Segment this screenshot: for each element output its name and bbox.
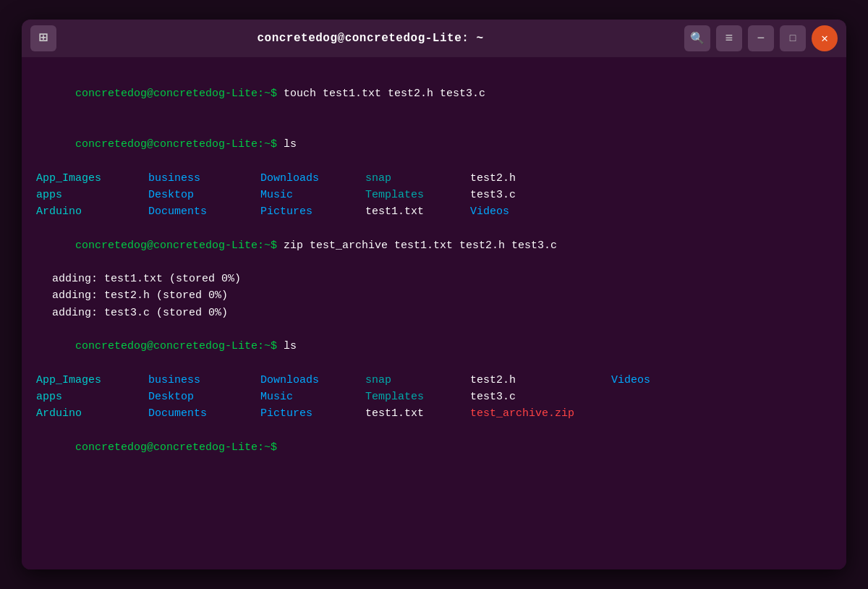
ls1-row2: apps Desktop Music Templates test3.c [36, 187, 832, 203]
ls2-col4-r3: test1.txt [365, 405, 470, 422]
ls1-col1-r3: Arduino [36, 203, 148, 220]
prompt-2: concretedog@concretedog-Lite:~$ [75, 138, 277, 151]
search-button[interactable]: 🔍 [684, 25, 710, 51]
menu-icon: ≡ [726, 31, 733, 46]
adding-3: adding: test3.c (stored 0%) [36, 305, 832, 321]
ls1-col1-r1: App_Images [36, 170, 148, 187]
terminal-window: ⊞ concretedog@concretedog-Lite: ~ 🔍 ≡ − … [22, 20, 846, 569]
cmd-1: touch test1.txt test2.h test3.c [277, 88, 485, 100]
ls1-row3: Arduino Documents Pictures test1.txt Vid… [36, 203, 832, 220]
terminal-line-2: concretedog@concretedog-Lite:~$ ls [36, 119, 832, 170]
cmd-2: ls [277, 138, 297, 151]
terminal-line-ls2: concretedog@concretedog-Lite:~$ ls [36, 321, 832, 372]
titlebar: ⊞ concretedog@concretedog-Lite: ~ 🔍 ≡ − … [22, 20, 846, 57]
ls2-col5-r3: test_archive.zip [470, 405, 611, 422]
new-tab-button[interactable]: ⊞ [30, 25, 56, 51]
adding-1: adding: test1.txt (stored 0%) [36, 271, 832, 287]
terminal-line-zip: concretedog@concretedog-Lite:~$ zip test… [36, 220, 832, 271]
ls1-col4-r1: snap [365, 170, 470, 187]
maximize-button[interactable]: □ [780, 25, 806, 51]
ls2-col1-r1: App_Images [36, 372, 148, 389]
terminal-body[interactable]: concretedog@concretedog-Lite:~$ touch te… [22, 57, 846, 569]
search-icon: 🔍 [690, 31, 705, 46]
ls1-col2-r3: Documents [148, 203, 260, 220]
ls2-row3: Arduino Documents Pictures test1.txt tes… [36, 405, 832, 422]
ls1-col5-r1: test2.h [470, 170, 575, 187]
ls2-col1-r2: apps [36, 389, 148, 405]
adding-2: adding: test2.h (stored 0%) [36, 287, 832, 304]
ls1-col4-r2: Templates [365, 187, 470, 203]
ls1-row1: App_Images business Downloads snap test2… [36, 170, 832, 187]
prompt-4: concretedog@concretedog-Lite:~$ [75, 340, 277, 352]
ls2-col2-r3: Documents [148, 405, 260, 422]
ls1-col5-r3: Videos [470, 203, 575, 220]
ls2-col5-r1: test2.h [470, 372, 611, 389]
ls2-col4-r1: snap [365, 372, 470, 389]
close-icon: ✕ [821, 31, 828, 46]
ls1-col4-r3: test1.txt [365, 203, 470, 220]
ls1-col1-r2: apps [36, 187, 148, 203]
maximize-icon: □ [790, 33, 796, 44]
prompt-1: concretedog@concretedog-Lite:~$ [75, 88, 277, 100]
ls2-col6-r1: Videos [611, 372, 698, 389]
ls2-col5-r2: test3.c [470, 389, 611, 405]
ls1-col3-r1: Downloads [260, 170, 365, 187]
cursor-block [277, 441, 284, 454]
ls1-col3-r3: Pictures [260, 203, 365, 220]
minimize-icon: − [757, 31, 765, 46]
new-tab-icon: ⊞ [39, 31, 48, 46]
close-button[interactable]: ✕ [812, 25, 838, 51]
terminal-line-final: concretedog@concretedog-Lite:~$ [36, 422, 832, 473]
ls1-col3-r2: Music [260, 187, 365, 203]
ls2-row2: apps Desktop Music Templates test3.c [36, 389, 832, 405]
prompt-3: concretedog@concretedog-Lite:~$ [75, 240, 277, 252]
ls1-col2-r1: business [148, 170, 260, 187]
cmd-4: ls [277, 340, 297, 352]
ls2-col3-r2: Music [260, 389, 365, 405]
ls2-col2-r1: business [148, 372, 260, 389]
ls2-col3-r3: Pictures [260, 405, 365, 422]
titlebar-left: ⊞ [30, 25, 56, 51]
ls1-col2-r2: Desktop [148, 187, 260, 203]
minimize-button[interactable]: − [748, 25, 774, 51]
ls2-col3-r1: Downloads [260, 372, 365, 389]
prompt-5: concretedog@concretedog-Lite:~$ [75, 441, 277, 454]
ls2-row1: App_Images business Downloads snap test2… [36, 372, 832, 389]
menu-button[interactable]: ≡ [716, 25, 742, 51]
window-title: concretedog@concretedog-Lite: ~ [257, 32, 483, 45]
ls2-col2-r2: Desktop [148, 389, 260, 405]
cmd-3: zip test_archive test1.txt test2.h test3… [277, 240, 557, 252]
terminal-line-1: concretedog@concretedog-Lite:~$ touch te… [36, 69, 832, 119]
ls2-col1-r3: Arduino [36, 405, 148, 422]
titlebar-controls: 🔍 ≡ − □ ✕ [684, 25, 838, 51]
ls1-col5-r2: test3.c [470, 187, 575, 203]
ls2-col4-r2: Templates [365, 389, 470, 405]
